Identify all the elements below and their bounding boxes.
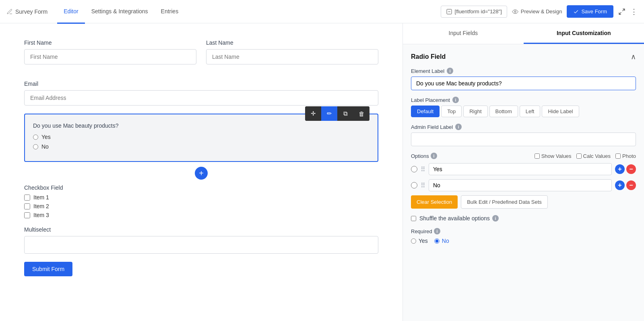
clear-selection-button[interactable]: Clear Selection	[411, 195, 458, 209]
admin-label-info-icon: i	[455, 124, 462, 130]
toolbar-copy-button[interactable]: ⧉	[337, 106, 353, 121]
svg-line-3	[623, 9, 625, 11]
shuffle-checkbox[interactable]	[411, 216, 416, 221]
placement-right[interactable]: Right	[463, 106, 487, 117]
tab-input-customization[interactable]: Input Customization	[524, 23, 644, 44]
photo-checkbox[interactable]	[615, 153, 621, 159]
required-yes-option[interactable]: Yes	[411, 238, 428, 244]
option-add-2[interactable]: +	[615, 180, 625, 190]
checkbox-input-1[interactable]	[24, 195, 30, 201]
calc-values-checkbox[interactable]	[576, 153, 582, 159]
preview-button[interactable]: Preview & Design	[512, 8, 562, 15]
shuffle-info-icon: i	[492, 215, 499, 222]
toolbar-delete-button[interactable]: 🗑	[353, 106, 369, 121]
checkbox-label-2: Item 2	[33, 203, 49, 209]
placement-bottom[interactable]: Bottom	[489, 106, 518, 117]
nav-actions: [fluentform id="128"] Preview & Design S…	[441, 5, 638, 18]
option-input-1[interactable]	[429, 163, 612, 175]
placement-hide[interactable]: Hide Label	[542, 106, 579, 117]
nav-tab-settings[interactable]: Settings & Integrations	[85, 0, 155, 24]
admin-label-input[interactable]	[411, 133, 636, 146]
nav-tab-editor[interactable]: Editor	[57, 0, 85, 24]
required-no-radio[interactable]	[434, 238, 440, 244]
element-label-info-icon: i	[447, 68, 453, 74]
section-title: Radio Field	[411, 53, 446, 60]
form-inner: First Name Last Name Email ✛ ✏ ⧉	[24, 39, 378, 276]
show-values-checkbox[interactable]	[535, 153, 540, 159]
checkbox-label-1: Item 1	[33, 194, 49, 201]
checkbox-input-2[interactable]	[24, 203, 30, 209]
email-field: Email	[24, 81, 378, 106]
nav-logo: Survey Form	[6, 8, 47, 15]
last-name-input[interactable]	[206, 49, 378, 64]
checkbox-input-3[interactable]	[24, 212, 30, 218]
radio-input-yes[interactable]	[33, 135, 38, 140]
svg-point-2	[514, 11, 516, 12]
right-panel: Input Fields Input Customization Radio F…	[402, 23, 644, 321]
option-remove-2[interactable]: −	[626, 180, 636, 190]
toolbar-edit-button[interactable]: ✏	[321, 106, 337, 121]
calc-values-label[interactable]: Calc Values	[576, 153, 611, 159]
drag-handle-2[interactable]: ⠿	[421, 182, 425, 189]
required-no-option[interactable]: No	[434, 238, 449, 244]
placement-top[interactable]: Top	[441, 106, 462, 117]
checkbox-item-1: Item 1	[24, 194, 378, 201]
placement-left[interactable]: Left	[520, 106, 541, 117]
checkbox-item-2: Item 2	[24, 203, 378, 209]
shortcode-button[interactable]: [fluentform id="128"]	[441, 6, 507, 18]
multiselect-input[interactable]	[24, 236, 378, 254]
radio-field-block: ✛ ✏ ⧉ 🗑 Do you use Mac beauty products? …	[24, 114, 378, 162]
multiselect-field: Multiselect	[24, 226, 378, 254]
more-options-button[interactable]: ⋮	[630, 7, 638, 16]
admin-label-title: Admin Field Label i	[411, 124, 636, 130]
option-radio-1[interactable]	[411, 166, 417, 172]
last-name-label: Last Name	[206, 39, 378, 46]
show-values-label[interactable]: Show Values	[535, 153, 572, 159]
submit-button[interactable]: Submit Form	[24, 262, 72, 276]
options-title: Options i	[411, 153, 437, 159]
element-label-input[interactable]	[411, 77, 636, 90]
save-form-button[interactable]: Save Form	[567, 5, 613, 18]
required-section: Required i Yes No	[411, 228, 636, 244]
collapse-button[interactable]: ∧	[631, 52, 636, 61]
option-actions-1: + −	[615, 164, 636, 174]
logo-label: Survey Form	[15, 8, 47, 15]
first-name-label: First Name	[24, 39, 196, 46]
option-radio-2[interactable]	[411, 182, 417, 188]
required-yes-radio[interactable]	[411, 238, 416, 244]
fullscreen-button[interactable]	[618, 8, 625, 15]
submit-label: Submit Form	[32, 266, 64, 272]
options-field: Options i Show Values Calc Values	[411, 153, 636, 209]
checkbox-item-3: Item 3	[24, 212, 378, 218]
photo-label[interactable]: Photo	[615, 153, 636, 159]
top-navigation: Survey Form Editor Settings & Integratio…	[0, 0, 644, 23]
toolbar-add-button[interactable]: ✛	[305, 106, 321, 121]
add-field-button[interactable]: +	[195, 167, 208, 180]
option-add-1[interactable]: +	[615, 164, 625, 174]
element-label-title: Element Label i	[411, 68, 636, 74]
option-input-2[interactable]	[429, 179, 612, 191]
panel-tabs: Input Fields Input Customization	[403, 23, 644, 44]
radio-option-no: No	[33, 143, 369, 150]
options-actions: Clear Selection Bulk Edit / Predefined D…	[411, 195, 636, 209]
label-placement-title: Label Placement i	[411, 97, 636, 103]
options-info-icon: i	[431, 153, 437, 159]
radio-label-no: No	[41, 143, 49, 150]
placement-default[interactable]: Default	[411, 106, 440, 117]
bulk-edit-button[interactable]: Bulk Edit / Predefined Data Sets	[461, 195, 548, 209]
first-name-input[interactable]	[24, 49, 196, 64]
option-row-2: ⠿ + −	[411, 179, 636, 191]
last-name-field: Last Name	[206, 39, 378, 64]
option-actions-2: + −	[615, 180, 636, 190]
nav-tab-entries[interactable]: Entries	[155, 0, 185, 24]
radio-input-no[interactable]	[33, 144, 38, 149]
drag-handle-1[interactable]: ⠿	[421, 166, 425, 173]
name-row: First Name Last Name	[24, 39, 378, 72]
options-checkboxes: Show Values Calc Values Photo	[535, 153, 636, 159]
option-remove-1[interactable]: −	[626, 164, 636, 174]
tab-input-fields[interactable]: Input Fields	[403, 23, 524, 44]
shortcode-label: [fluentform id="128"]	[455, 8, 502, 14]
svg-line-4	[619, 12, 621, 14]
label-placement-info-icon: i	[452, 97, 459, 103]
email-input[interactable]	[24, 90, 378, 106]
